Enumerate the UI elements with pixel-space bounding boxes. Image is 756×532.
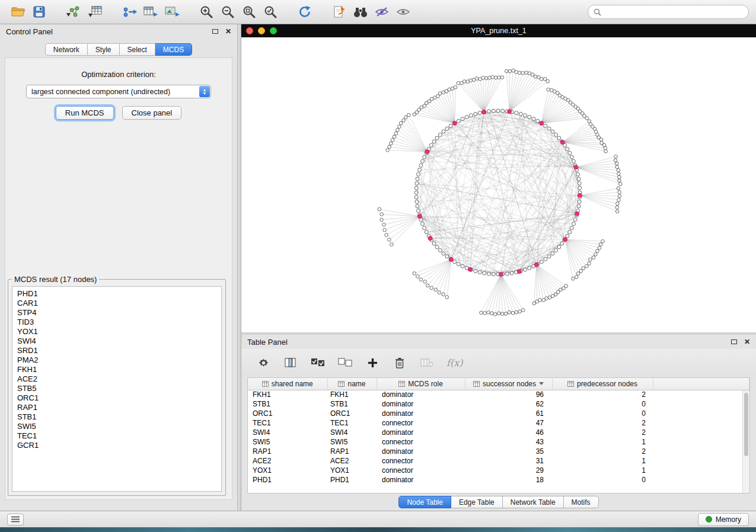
binoculars-icon [353, 7, 368, 18]
mcds-result-item[interactable]: STB5 [12, 384, 221, 393]
table-scrollbar[interactable] [742, 390, 749, 493]
tab-style[interactable]: Style [88, 43, 120, 56]
mcds-result-item[interactable]: SWI5 [12, 422, 221, 431]
export-table-button[interactable] [140, 2, 161, 21]
mcds-result-item[interactable]: TEC1 [12, 431, 221, 441]
sort-menu-icon[interactable] [539, 382, 544, 385]
mcds-result-item[interactable]: STB1 [12, 412, 221, 422]
table-row[interactable]: ACE2ACE2connector311 [248, 456, 749, 466]
column-header-name[interactable]: name [327, 378, 377, 390]
mcds-result-item[interactable]: SWI4 [12, 336, 221, 346]
tab-node-table[interactable]: Node Table [398, 496, 451, 508]
main-toolbar [0, 0, 756, 24]
table-row[interactable]: ORC1ORC1dominator610 [248, 409, 749, 418]
import-table-icon [88, 5, 103, 18]
table-panel-titlebar: Table Panel ✕ [241, 335, 756, 349]
network-window-titlebar[interactable]: YPA_prune.txt_1 [241, 24, 756, 37]
zoom-in-button[interactable] [196, 2, 217, 21]
table-row[interactable]: SWI4SWI4dominator462 [248, 428, 749, 437]
share-document-button[interactable] [328, 2, 350, 21]
import-table-button[interactable] [84, 2, 106, 21]
mcds-result-item[interactable]: GCR1 [12, 441, 221, 450]
export-image-button[interactable] [161, 2, 183, 21]
mcds-result-item[interactable]: SRD1 [12, 346, 221, 355]
search-input[interactable] [605, 8, 743, 16]
column-header-MCDS-role[interactable]: MCDS role [377, 378, 465, 390]
tab-mcds[interactable]: MCDS [155, 43, 192, 56]
column-type-icon [567, 381, 574, 387]
memory-button[interactable]: Memory [698, 513, 749, 526]
mcds-result-item[interactable]: ACE2 [12, 374, 221, 384]
float-table-panel-icon[interactable] [731, 339, 737, 344]
plus-icon [368, 358, 378, 368]
close-table-panel-icon[interactable]: ✕ [744, 339, 750, 345]
select-all-button[interactable] [310, 355, 326, 370]
tab-network-table[interactable]: Network Table [503, 496, 564, 508]
close-panel-icon[interactable]: ✕ [225, 28, 231, 34]
mcds-result-item[interactable]: RAP1 [12, 403, 221, 412]
function-builder-button[interactable]: f(x) [446, 357, 462, 368]
application-window: Control Panel ✕ NetworkStyleSelectMCDS O… [0, 0, 756, 532]
float-panel-icon[interactable] [212, 29, 218, 34]
network-canvas[interactable] [241, 37, 756, 332]
export-network-button[interactable] [119, 2, 140, 21]
refresh-view-button[interactable] [294, 2, 315, 21]
optimization-criterion-value: largest connected component (undirected) [31, 88, 170, 96]
column-settings-button[interactable] [256, 355, 271, 370]
create-column-button[interactable] [365, 355, 380, 370]
column-header-shared-name[interactable]: shared name [248, 378, 327, 390]
panel-menu-button[interactable] [7, 514, 24, 525]
status-bar: Memory [0, 511, 756, 527]
open-session-button[interactable] [7, 2, 28, 21]
column-header-successor-nodes[interactable]: successor nodes [465, 378, 552, 390]
vertical-splitter[interactable] [237, 24, 241, 511]
delete-column-button[interactable] [392, 355, 407, 370]
mcds-result-item[interactable]: TID3 [12, 318, 221, 327]
table-row[interactable]: TEC1TEC1connector472 [248, 418, 749, 428]
column-header-filler [653, 378, 749, 390]
column-header-predecessor-nodes[interactable]: predecessor nodes [552, 378, 653, 390]
tab-edge-table[interactable]: Edge Table [451, 496, 503, 508]
save-session-button[interactable] [28, 2, 50, 21]
zoom-out-button[interactable] [217, 2, 238, 21]
global-search-box[interactable] [588, 5, 749, 19]
table-row[interactable]: RAP1RAP1dominator352 [248, 447, 749, 456]
hide-selected-button[interactable] [371, 2, 393, 21]
mcds-result-item[interactable]: PMA2 [12, 355, 221, 365]
show-all-button[interactable] [393, 2, 414, 21]
trash-icon [395, 357, 404, 368]
run-mcds-button[interactable]: Run MCDS [56, 106, 114, 120]
control-panel: Control Panel ✕ NetworkStyleSelectMCDS O… [0, 24, 237, 511]
mcds-result-item[interactable]: ORC1 [12, 393, 221, 403]
table-panel: Table Panel ✕ [241, 335, 756, 511]
table-row[interactable]: STB1STB1dominator620 [248, 399, 749, 409]
tab-motifs[interactable]: Motifs [564, 496, 599, 508]
column-type-icon [398, 381, 405, 387]
mcds-result-item[interactable]: STP4 [12, 308, 221, 318]
mcds-result-list[interactable]: PHD1CAR1STP4TID3YOX1SWI4SRD1PMA2FKH1ACE2… [12, 286, 222, 492]
zoom-fit-button[interactable] [238, 2, 260, 21]
import-network-button[interactable] [63, 2, 84, 21]
show-column-button[interactable] [283, 355, 298, 370]
close-panel-button[interactable]: Close panel [122, 106, 182, 120]
optimization-criterion-select[interactable]: largest connected component (undirected)… [26, 85, 211, 98]
control-panel-tabs: NetworkStyleSelectMCDS [45, 43, 192, 56]
table-row[interactable]: SWI5SWI5connector431 [248, 437, 749, 447]
mcds-result-item[interactable]: FKH1 [12, 365, 221, 374]
table-row[interactable]: PHD1PHD1dominator180 [248, 475, 749, 485]
mcds-result-item[interactable]: CAR1 [12, 299, 221, 308]
table-row[interactable]: YOX1YOX1connector291 [248, 466, 749, 475]
clear-table-button[interactable] [419, 355, 435, 370]
deselect-all-button[interactable] [337, 355, 353, 370]
network-graph [241, 37, 755, 332]
tab-network[interactable]: Network [45, 43, 88, 56]
mcds-result-item[interactable]: YOX1 [12, 327, 221, 336]
control-panel-titlebar: Control Panel ✕ [0, 24, 237, 39]
mcds-result-item[interactable]: PHD1 [12, 289, 221, 299]
scrollbar-thumb[interactable] [744, 393, 748, 456]
zoom-selected-button[interactable] [260, 2, 281, 21]
tab-select[interactable]: Select [120, 43, 155, 56]
search-network-button[interactable] [350, 2, 371, 21]
table-row[interactable]: FKH1FKH1dominator962 [248, 390, 749, 399]
share-document-icon [333, 5, 346, 18]
